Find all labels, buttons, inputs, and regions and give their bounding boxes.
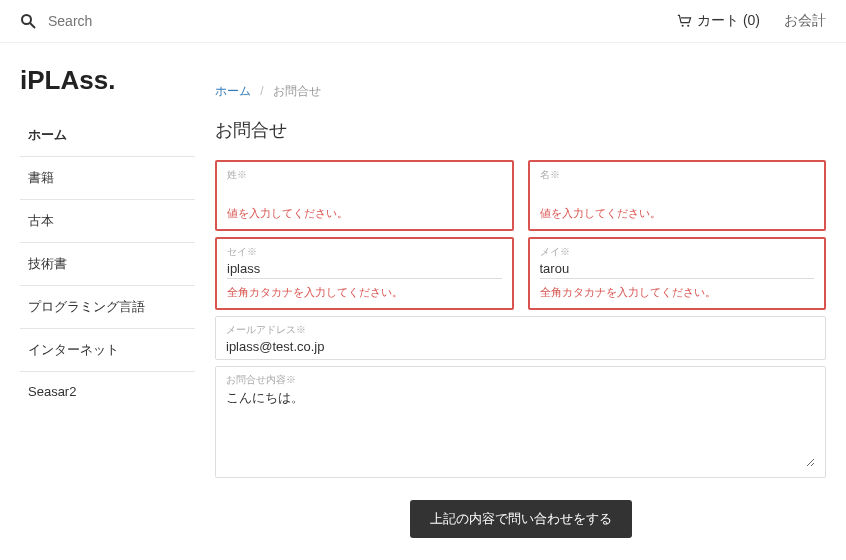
- cart-icon: [677, 14, 693, 28]
- svg-point-3: [687, 25, 689, 27]
- svg-point-0: [22, 15, 31, 24]
- search-input[interactable]: [48, 13, 248, 29]
- sidebar-item-seasar2[interactable]: Seasar2: [20, 372, 195, 411]
- main-content: ホーム / お問合せ お問合せ 姓※ 値を入力してください。 名※ 値を入力して…: [215, 53, 826, 538]
- mei-kana-input[interactable]: [540, 259, 815, 279]
- sei-kana-label: セイ※: [227, 245, 502, 259]
- mei-kana-label: メイ※: [540, 245, 815, 259]
- sidebar-item-programming[interactable]: プログラミング言語: [20, 286, 195, 329]
- sei-field: 姓※ 値を入力してください。: [215, 160, 514, 231]
- mei-error: 値を入力してください。: [540, 206, 815, 221]
- sidebar-item-tech[interactable]: 技術書: [20, 243, 195, 286]
- sidebar-item-books[interactable]: 書籍: [20, 157, 195, 200]
- content-textarea[interactable]: [226, 387, 815, 467]
- cart-label: カート (0): [697, 12, 760, 30]
- sidebar-item-home[interactable]: ホーム: [20, 114, 195, 157]
- search-icon: [20, 13, 36, 29]
- content-label: お問合せ内容※: [226, 373, 815, 387]
- sei-kana-error: 全角カタカナを入力してください。: [227, 285, 502, 300]
- submit-button[interactable]: 上記の内容で問い合わせをする: [410, 500, 632, 538]
- breadcrumb-home[interactable]: ホーム: [215, 84, 251, 98]
- email-field: メールアドレス※: [215, 316, 826, 360]
- sei-error: 値を入力してください。: [227, 206, 502, 221]
- breadcrumb-sep: /: [260, 84, 263, 98]
- sei-label: 姓※: [227, 168, 502, 182]
- header: カート (0) お会計: [0, 0, 846, 43]
- mei-label: 名※: [540, 168, 815, 182]
- sei-kana-input[interactable]: [227, 259, 502, 279]
- page-title: お問合せ: [215, 118, 826, 142]
- breadcrumb-current: お問合せ: [273, 84, 321, 98]
- mei-kana-error: 全角カタカナを入力してください。: [540, 285, 815, 300]
- mei-kana-field: メイ※ 全角カタカナを入力してください。: [528, 237, 827, 310]
- brand-logo: iPLAss.: [20, 53, 195, 114]
- svg-line-1: [30, 23, 35, 28]
- sei-kana-field: セイ※ 全角カタカナを入力してください。: [215, 237, 514, 310]
- sidebar-item-used[interactable]: 古本: [20, 200, 195, 243]
- email-label: メールアドレス※: [226, 323, 815, 337]
- email-input[interactable]: [226, 337, 815, 354]
- checkout-link[interactable]: お会計: [784, 12, 826, 30]
- svg-point-2: [682, 25, 684, 27]
- sei-input[interactable]: [227, 182, 502, 199]
- content-field: お問合せ内容※: [215, 366, 826, 478]
- sidebar-item-internet[interactable]: インターネット: [20, 329, 195, 372]
- mei-input[interactable]: [540, 182, 815, 199]
- sidebar: iPLAss. ホーム 書籍 古本 技術書 プログラミング言語 インターネット …: [20, 53, 195, 538]
- mei-field: 名※ 値を入力してください。: [528, 160, 827, 231]
- cart-link[interactable]: カート (0): [677, 12, 760, 30]
- breadcrumb: ホーム / お問合せ: [215, 83, 826, 100]
